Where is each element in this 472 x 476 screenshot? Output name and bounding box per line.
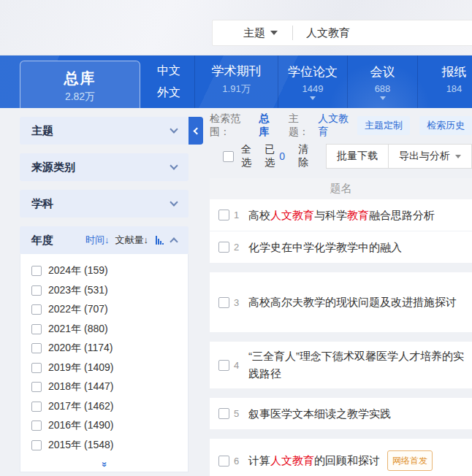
total-library-count: 2.82万 bbox=[20, 91, 140, 104]
nav-item-theses[interactable]: 学位论文 1449 bbox=[278, 55, 347, 108]
nav-item-journals[interactable]: 学术期刊 1.91万 bbox=[194, 55, 278, 108]
highlighted-term: 教育 bbox=[347, 209, 369, 221]
year-filter-item[interactable]: 2021年 (880) bbox=[31, 320, 188, 339]
selected-count[interactable]: 0 bbox=[279, 150, 285, 162]
result-checkbox[interactable] bbox=[218, 242, 229, 253]
filter-sidebar: 主题 来源类别 学科 年度 时间↓ 文献量↓ 2024年 (159)2023年 … bbox=[20, 117, 189, 472]
year-filter-item[interactable]: 2024年 (159) bbox=[31, 261, 188, 281]
select-all-checkbox[interactable] bbox=[223, 151, 234, 162]
year-filter-item[interactable]: 2017年 (1462) bbox=[31, 397, 188, 417]
results-list: 1高校人文教育与科学教育融合思路分析2化学史在中学化学教学中的融入3高校高尔夫教… bbox=[210, 199, 472, 476]
result-title-link[interactable]: 化学史在中学化学教学中的融入 bbox=[248, 239, 402, 256]
show-more-years-button[interactable]: » bbox=[20, 458, 188, 469]
scope-term-value: 人文教育 bbox=[318, 112, 357, 139]
lang-chinese[interactable]: 中文 bbox=[143, 64, 194, 79]
topic-customize-button[interactable]: 主题定制 bbox=[357, 116, 410, 135]
lang-foreign[interactable]: 外文 bbox=[143, 85, 194, 101]
result-checkbox[interactable] bbox=[218, 360, 229, 371]
result-title-link[interactable]: 叙事医学文本细读之教学实践 bbox=[248, 405, 391, 423]
highlighted-term: 人文教育 bbox=[270, 454, 314, 467]
title-text: 叙事医学文本细读之教学实践 bbox=[248, 407, 391, 420]
year-checkbox[interactable] bbox=[31, 382, 42, 392]
year-filter-item[interactable]: 2018年 (1447) bbox=[31, 377, 188, 397]
filter-panel-topic[interactable]: 主题 bbox=[20, 117, 189, 145]
result-checkbox[interactable] bbox=[218, 297, 229, 308]
year-label: 2016年 (1490) bbox=[48, 419, 114, 432]
result-row: 5叙事医学文本细读之教学实践 bbox=[210, 398, 472, 429]
year-label: 2021年 (880) bbox=[48, 323, 108, 336]
chevron-down-icon bbox=[455, 155, 461, 158]
year-checkbox[interactable] bbox=[31, 363, 42, 373]
year-checkbox[interactable] bbox=[31, 304, 42, 315]
select-all-label[interactable]: 全选 bbox=[241, 143, 253, 169]
selected-label: 已选 bbox=[264, 143, 276, 169]
result-checkbox[interactable] bbox=[218, 408, 229, 419]
year-filter-item[interactable]: 2022年 (707) bbox=[31, 300, 188, 320]
result-title-link[interactable]: 计算人文教育的回顾和探讨网络首发 bbox=[248, 450, 433, 471]
year-label: 2017年 (1462) bbox=[48, 400, 114, 413]
year-filter-item[interactable]: 2023年 (531) bbox=[31, 281, 188, 301]
year-label: 2015年 (1548) bbox=[48, 439, 114, 452]
nav-item-total-library[interactable]: 总库 2.82万 bbox=[20, 61, 140, 108]
bar-chart-icon[interactable] bbox=[156, 236, 164, 245]
result-row: 6计算人文教育的回顾和探讨网络首发 bbox=[210, 439, 472, 476]
year-label: 2023年 (531) bbox=[48, 284, 108, 297]
result-title-link[interactable]: “三全育人”理念下德术双馨医学人才培养的实践路径 bbox=[248, 348, 468, 383]
filter-panel-source-type[interactable]: 来源类别 bbox=[20, 153, 189, 181]
year-label: 2022年 (707) bbox=[48, 303, 108, 316]
year-checkbox[interactable] bbox=[31, 324, 42, 334]
sort-by-time-button[interactable]: 时间↓ bbox=[85, 234, 110, 247]
search-field-dropdown[interactable]: 主题 bbox=[213, 26, 292, 40]
year-filter-item[interactable]: 2015年 (1548) bbox=[31, 436, 188, 456]
database-nav: 总库 2.82万 中文 外文 学术期刊 1.91万 学位论文 1449 会议 6… bbox=[0, 55, 472, 108]
result-number: 3 bbox=[234, 297, 241, 308]
title-text: “三全育人”理念下德术双馨医学人才培养的实践路径 bbox=[248, 350, 464, 380]
nav-item-conferences[interactable]: 会议 688 bbox=[347, 55, 417, 108]
result-number: 1 bbox=[234, 210, 241, 220]
clear-selection-button[interactable]: 清除 bbox=[298, 143, 310, 169]
chevron-left-icon bbox=[194, 127, 201, 134]
sidebar-collapse-button[interactable] bbox=[189, 117, 203, 145]
year-label: 2020年 (1174) bbox=[48, 342, 113, 355]
year-checkbox[interactable] bbox=[31, 421, 42, 431]
title-text: 与科学 bbox=[314, 209, 347, 221]
batch-download-button[interactable]: 批量下载 bbox=[326, 144, 389, 169]
chevron-up-icon bbox=[170, 237, 178, 245]
year-filter-item[interactable]: 2020年 (1174) bbox=[31, 339, 188, 358]
title-text: 高校高尔夫教学的现状问题及改进措施探讨 bbox=[248, 296, 457, 308]
nav-items: 学术期刊 1.91万 学位论文 1449 会议 688 报纸 184 bbox=[194, 55, 472, 108]
year-checkbox[interactable] bbox=[31, 266, 42, 276]
year-checkbox[interactable] bbox=[31, 402, 42, 412]
result-number: 5 bbox=[234, 408, 241, 419]
result-title-link[interactable]: 高校人文教育与科学教育融合思路分析 bbox=[248, 207, 435, 224]
search-history-button[interactable]: 检索历史 bbox=[419, 116, 472, 135]
chevron-down-icon bbox=[170, 161, 178, 169]
year-label: 2024年 (159) bbox=[48, 264, 108, 277]
result-number: 6 bbox=[234, 456, 241, 467]
language-toggle: 中文 外文 bbox=[143, 55, 194, 108]
year-checkbox[interactable] bbox=[31, 285, 42, 296]
double-chevron-down-icon: » bbox=[99, 461, 109, 465]
result-title-link[interactable]: 高校高尔夫教学的现状问题及改进措施探讨 bbox=[248, 293, 457, 311]
scope-term-label: 主题： bbox=[289, 112, 318, 139]
result-row: 4“三全育人”理念下德术双馨医学人才培养的实践路径 bbox=[210, 342, 472, 388]
scope-buttons: 主题定制 检索历史 bbox=[357, 116, 472, 135]
year-filter-item[interactable]: 2019年 (1409) bbox=[31, 358, 188, 378]
year-checkbox[interactable] bbox=[31, 440, 42, 450]
filter-panel-discipline[interactable]: 学科 bbox=[20, 190, 189, 218]
year-label: 2019年 (1409) bbox=[48, 361, 114, 375]
search-scope-bar: 检索范围： 总库 主题： 人文教育 主题定制 检索历史 bbox=[210, 117, 472, 134]
nav-item-newspapers[interactable]: 报纸 184 bbox=[417, 55, 472, 108]
year-filter-item[interactable]: 2016年 (1490) bbox=[31, 416, 188, 436]
chevron-down-icon bbox=[380, 96, 386, 100]
search-input[interactable] bbox=[293, 27, 472, 39]
result-checkbox[interactable] bbox=[218, 210, 229, 220]
filter-panel-year[interactable]: 年度 时间↓ 文献量↓ bbox=[20, 226, 189, 254]
year-sort-controls: 时间↓ 文献量↓ bbox=[85, 234, 177, 247]
export-analyze-button[interactable]: 导出与分析 bbox=[388, 144, 472, 169]
result-checkbox[interactable] bbox=[218, 456, 229, 467]
results-area: 检索范围： 总库 主题： 人文教育 主题定制 检索历史 全选 已选 0 清除 批… bbox=[210, 117, 472, 476]
sort-by-count-button[interactable]: 文献量↓ bbox=[115, 234, 149, 247]
scope-range-value[interactable]: 总库 bbox=[259, 112, 278, 139]
year-checkbox[interactable] bbox=[31, 343, 42, 353]
